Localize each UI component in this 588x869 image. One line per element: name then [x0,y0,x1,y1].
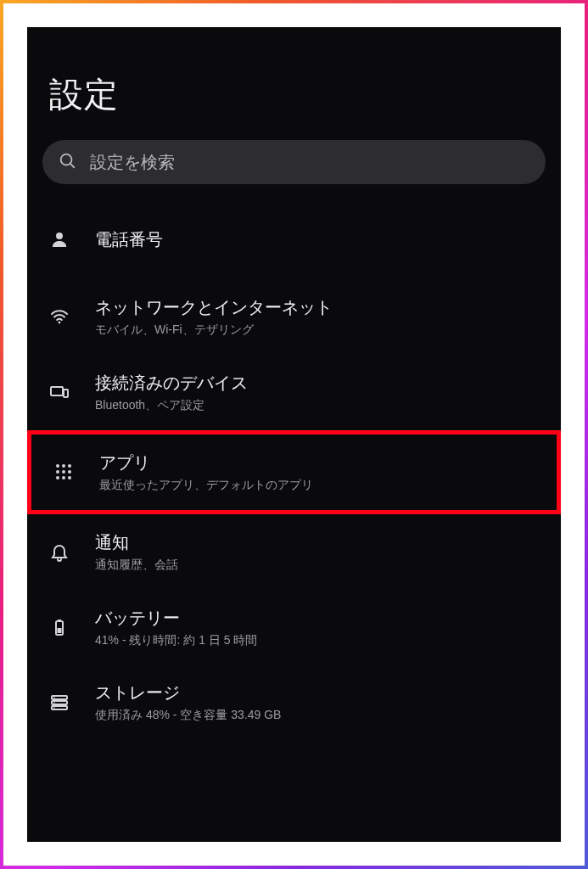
settings-item-sub: モバイル、Wi-Fi、テザリング [95,322,544,338]
bell-icon [44,541,75,562]
svg-point-12 [56,476,59,479]
svg-point-14 [68,476,71,479]
settings-item-label: 電話番号 [95,228,544,250]
svg-point-2 [56,233,63,239]
settings-item-label: ネットワークとインターネット [95,296,544,318]
svg-line-1 [70,164,75,168]
settings-item-label: 接続済みのデバイス [95,372,544,394]
svg-point-21 [53,697,55,698]
settings-item-battery[interactable]: バッテリー 41% - 残り時間: 約 1 日 5 時間 [27,590,561,665]
svg-point-8 [68,464,71,468]
settings-item-sub: 41% - 残り時間: 約 1 日 5 時間 [95,632,544,648]
svg-point-22 [53,702,55,704]
settings-list: 電話番号 ネットワークとインターネット モバイル、Wi-Fi、テザリング [27,210,561,740]
search-placeholder: 設定を検索 [90,151,175,174]
page-title: 設定 [27,71,561,140]
settings-item-sub: 通知履歴、会話 [95,557,544,573]
svg-rect-4 [51,387,63,395]
wifi-icon [44,306,75,327]
settings-item-apps[interactable]: アプリ 最近使ったアプリ、デフォルトのアプリ [27,430,561,514]
settings-item-sub: Bluetooth、ペア設定 [95,397,544,413]
settings-item-devices[interactable]: 接続済みのデバイス Bluetooth、ペア設定 [27,355,561,430]
svg-rect-5 [64,390,68,397]
svg-rect-16 [58,620,61,621]
settings-item-label: ストレージ [95,681,544,704]
svg-point-9 [56,470,59,474]
settings-item-label: 通知 [95,531,544,553]
settings-item-storage[interactable]: ストレージ 使用済み 48% - 空き容量 33.49 GB [27,664,561,740]
settings-item-label: バッテリー [95,607,544,629]
svg-point-10 [62,470,65,474]
white-inset: 設定 設定を検索 電話番号 [3,3,585,866]
settings-item-phone[interactable]: 電話番号 [27,210,561,279]
settings-item-notifications[interactable]: 通知 通知履歴、会話 [27,514,561,590]
svg-rect-17 [58,628,62,633]
svg-point-7 [62,464,65,468]
devices-icon [44,382,75,402]
settings-screen: 設定 設定を検索 電話番号 [27,27,561,842]
settings-item-label: アプリ [99,451,540,474]
svg-point-11 [68,470,71,474]
settings-item-network[interactable]: ネットワークとインターネット モバイル、Wi-Fi、テザリング [27,279,561,355]
battery-icon [44,617,75,637]
gradient-frame: 設定 設定を検索 電話番号 [0,0,588,869]
svg-point-6 [56,464,59,468]
svg-point-23 [53,707,55,709]
svg-point-3 [59,322,61,324]
storage-icon [44,692,75,713]
person-icon [44,229,75,249]
svg-point-13 [62,476,65,479]
settings-item-sub: 使用済み 48% - 空き容量 33.49 GB [95,707,544,723]
settings-item-sub: 最近使ったアプリ、デフォルトのアプリ [99,477,540,493]
search-icon [58,151,76,173]
search-bar[interactable]: 設定を検索 [42,140,546,184]
apps-icon [48,462,79,482]
